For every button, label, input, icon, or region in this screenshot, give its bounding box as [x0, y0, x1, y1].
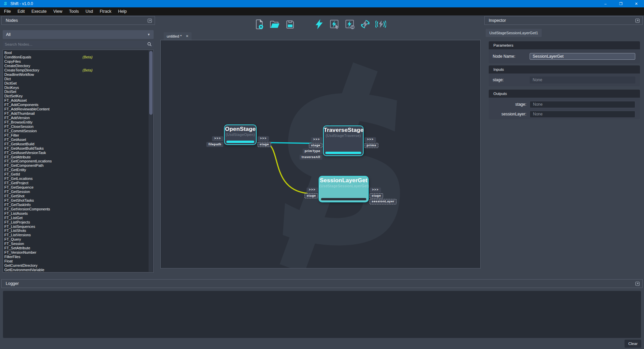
minimize-button[interactable]: –	[598, 0, 613, 7]
exec-port-badge[interactable]: >>>	[212, 136, 223, 141]
node-list-item-ft-addcomponents[interactable]: FT_AddComponents	[4, 103, 153, 107]
close-button[interactable]: ✕	[629, 0, 644, 7]
node-filter-dropdown[interactable]: All ▼	[3, 30, 154, 39]
new-graph-icon[interactable]	[254, 19, 265, 30]
menu-edit[interactable]: Edit	[14, 7, 28, 15]
node-list-item-ft-getassetversiontask[interactable]: FT_GetAssetVersionTask	[4, 151, 153, 155]
node-list-item-ft-session[interactable]: FT_Session	[4, 242, 153, 246]
node-list-item-getenvironmentvariable[interactable]: GetEnvironmentVariable	[4, 268, 153, 272]
input-stage-field[interactable]: None	[530, 77, 635, 84]
menu-help[interactable]: Help	[115, 7, 130, 15]
node-list-item-filterfiles[interactable]: FilterFiles	[4, 255, 153, 259]
menu-file[interactable]: File	[1, 7, 14, 15]
node-name-input[interactable]	[530, 53, 635, 60]
node-list-item-ft-getid[interactable]: FT_GetId	[4, 172, 153, 177]
node-list-item-ft-getsequence[interactable]: FT_GetSequence	[4, 185, 153, 190]
port-filepath[interactable]: filepath	[206, 142, 223, 147]
node-list-item-dictset[interactable]: DictSet	[4, 90, 153, 94]
graph-tab-untitled[interactable]: untitled * ✕	[164, 32, 192, 40]
menu-execute[interactable]: Execute	[28, 7, 50, 15]
port-stage[interactable]: stage	[370, 193, 383, 198]
exec-port-badge[interactable]: >>>	[370, 188, 381, 193]
node-list-item-ft-getshottasks[interactable]: FT_GetShotTasks	[4, 198, 153, 203]
node-list-item-ft-listshots[interactable]: FT_ListShots	[4, 229, 153, 233]
inspector-node-id-badge[interactable]: UsdStageSessionLayerGet1	[486, 29, 542, 37]
execute-to-node-icon[interactable]	[344, 19, 355, 30]
port-prims[interactable]: prims	[365, 143, 378, 148]
node-list-item-ft-getversioncomponents[interactable]: FT_GetVersionComponents	[4, 207, 153, 211]
node-list-item-ft-filter[interactable]: FT_Filter	[4, 133, 153, 138]
node-list-item-ft-getassetbuildtasks[interactable]: FT_GetAssetBuildTasks	[4, 146, 153, 151]
menu-usd[interactable]: Usd	[82, 7, 96, 15]
node-list-item-bool[interactable]: Bool	[4, 51, 153, 55]
node-list-item-copyfiles[interactable]: CopyFiles	[4, 59, 153, 64]
node-list-item-ft-addasset[interactable]: FT_AddAsset	[4, 98, 153, 103]
node-list-item-ft-setattribute[interactable]: FT_SetAttribute	[4, 246, 153, 250]
node-list-item-ft-listget[interactable]: FT_ListGet	[4, 216, 153, 220]
execute-graph-icon[interactable]	[314, 19, 324, 30]
node-list-item-ft-query[interactable]: FT_Query	[4, 237, 153, 242]
exec-port-badge[interactable]: >>>	[258, 136, 269, 141]
node-list-item-createtempdirectory[interactable]: CreateTempDirectory(Beta)	[4, 68, 153, 72]
node-list-item-getcurrentdirectory[interactable]: GetCurrentDirectory	[4, 263, 153, 268]
port-sessionlayer[interactable]: sessionLayer	[370, 199, 396, 204]
node-list-item-ft-listassets[interactable]: FT_ListAssets	[4, 211, 153, 216]
node-list-item-ft-addreviewablecontent[interactable]: FT_AddReviewableContent	[4, 107, 153, 111]
node-list-item-ft-addversion[interactable]: FT_AddVersion	[4, 116, 153, 120]
save-graph-icon[interactable]	[285, 19, 296, 30]
node-list-item-dictget[interactable]: DictGet	[4, 81, 153, 86]
graph-canvas[interactable]: S OpenStage(UsdStageOpen)>>>filepath>>>s…	[160, 40, 481, 268]
re-execute-icon[interactable]	[360, 19, 371, 30]
node-list-item-ft-getassetbuild[interactable]: FT_GetAssetBuild	[4, 142, 153, 146]
exec-port-badge[interactable]: >>>	[311, 137, 322, 142]
node-list-item-ft-getproject[interactable]: FT_GetProject	[4, 181, 153, 185]
popout-icon[interactable]	[635, 18, 640, 23]
node-list-item-ft-addthumbnail[interactable]: FT_AddThumbnail	[4, 111, 153, 116]
open-graph-icon[interactable]	[269, 19, 280, 30]
node-list-item-deadlineworkflow[interactable]: DeadlineWorkflow	[4, 72, 153, 77]
live-execute-icon[interactable]	[375, 19, 386, 30]
node-list-item-dict[interactable]: Dict	[4, 77, 153, 81]
node-list-item-ft-listversions[interactable]: FT_ListVersions	[4, 233, 153, 237]
graph-node-sessionlayerget[interactable]: SessionLayerGet(UsdStageSessionLayerGet)…	[319, 176, 369, 202]
search-input[interactable]	[3, 42, 147, 46]
graph-node-openstage[interactable]: OpenStage(UsdStageOpen)>>>filepath>>>sta…	[224, 124, 257, 145]
exec-port-badge[interactable]: >>>	[365, 137, 376, 142]
tab-close-icon[interactable]: ✕	[186, 34, 189, 38]
node-list-item-ft-listsequences[interactable]: FT_ListSequences	[4, 225, 153, 229]
node-list-item-float[interactable]: Float	[4, 259, 153, 263]
node-list-item-ft-getsession[interactable]: FT_GetSession	[4, 190, 153, 194]
node-list-item-createdirectory[interactable]: CreateDirectory	[4, 64, 153, 68]
menu-view[interactable]: View	[50, 7, 66, 15]
execute-selected-icon[interactable]	[329, 19, 340, 30]
port-stage[interactable]: stage	[305, 193, 318, 198]
node-list-item-ft-browseentity[interactable]: FT_BrowseEntity	[4, 120, 153, 124]
port-traverseall[interactable]: traverseAll	[300, 155, 322, 160]
menu-tools[interactable]: Tools	[66, 7, 82, 15]
node-list-item-conditionequals[interactable]: ConditionEquals(Beta)	[4, 55, 153, 59]
node-list-item-ft-getentity[interactable]: FT_GetEntity	[4, 168, 153, 172]
node-list-item-ft-versionnumber[interactable]: FT_VersionNumber	[4, 250, 153, 255]
node-list-item-ft-getlocations[interactable]: FT_GetLocations	[4, 177, 153, 181]
node-list-item-ft-closesession[interactable]: FT_CloseSession	[4, 124, 153, 129]
restore-button[interactable]: ❐	[613, 0, 629, 7]
popout-icon[interactable]	[635, 282, 640, 286]
node-list-item-ft-getcomponentpath[interactable]: FT_GetComponentPath	[4, 163, 153, 168]
node-list-item-dictkeys[interactable]: DictKeys	[4, 86, 153, 90]
exec-port-badge[interactable]: >>>	[307, 188, 318, 193]
menu-ftrack[interactable]: Ftrack	[96, 7, 115, 15]
node-list-item-ft-listprojects[interactable]: FT_ListProjects	[4, 220, 153, 225]
clear-logger-button[interactable]: Clear	[625, 340, 641, 348]
node-list-item-dictsetkey[interactable]: DictSetKey	[4, 94, 153, 98]
graph-node-traversestage[interactable]: TraverseStage(UsdStageTraverse)>>>stagep…	[323, 126, 364, 156]
port-stage[interactable]: stage	[258, 142, 271, 147]
node-list-item-ft-getshot[interactable]: FT_GetShot	[4, 194, 153, 198]
node-list-item-ft-getcomponentlocations[interactable]: FT_GetComponentLocations	[4, 159, 153, 163]
node-list-item-ft-gettaskinfo[interactable]: FT_GetTaskInfo	[4, 203, 153, 207]
scrollbar-thumb[interactable]	[149, 51, 153, 115]
port-primtype[interactable]: primType	[303, 149, 322, 154]
output-stage-field[interactable]: None	[530, 101, 635, 108]
popout-icon[interactable]	[148, 18, 152, 23]
node-list-item-ft-commitsession[interactable]: FT_CommitSession	[4, 129, 153, 133]
output-sessionlayer-field[interactable]: None	[530, 111, 635, 118]
